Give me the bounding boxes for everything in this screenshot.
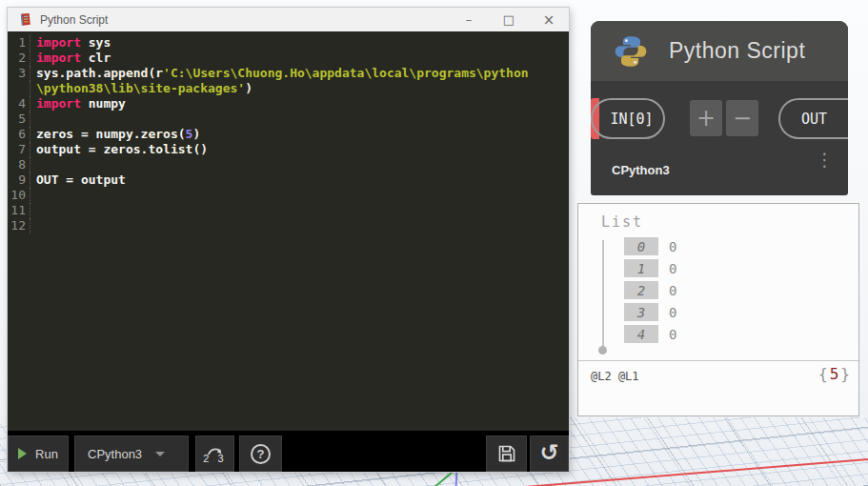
node-header[interactable]: Python Script bbox=[591, 21, 848, 81]
list-index-chip: 2 bbox=[624, 281, 658, 299]
run-label: Run bbox=[35, 447, 58, 461]
code-line: 1import sys bbox=[8, 35, 569, 51]
code-text bbox=[30, 203, 36, 218]
line-number: 3 bbox=[8, 66, 30, 81]
list-item: 10 bbox=[624, 257, 676, 279]
list-index-chip: 4 bbox=[624, 325, 658, 343]
line-number: 7 bbox=[8, 142, 30, 157]
convert-label: 2 3 bbox=[203, 454, 226, 463]
list-rows: 0010203040 bbox=[624, 235, 676, 345]
code-text bbox=[30, 218, 36, 233]
line-number: 5 bbox=[8, 111, 30, 127]
python-script-node[interactable]: Python Script IN[0] + − OUT CPython3 ⋮ bbox=[591, 21, 848, 195]
code-text bbox=[30, 188, 36, 203]
engine-dropdown[interactable]: CPython3 bbox=[74, 435, 189, 472]
list-value: 0 bbox=[669, 327, 676, 342]
list-value: 0 bbox=[669, 261, 676, 276]
preview-footer: @L2 @L1 {5} bbox=[578, 360, 858, 416]
code-line: 6zeros = numpy.zeros(5) bbox=[8, 127, 569, 142]
code-editor[interactable]: 1import sys2import clr3sys.path.append(r… bbox=[8, 31, 569, 431]
line-number: 11 bbox=[8, 203, 30, 218]
python-script-window: Python Script – □ × 1import sys2import c… bbox=[8, 8, 569, 472]
code-line: 10 bbox=[8, 188, 569, 203]
code-text: import clr bbox=[30, 51, 111, 66]
convert-2to3-button[interactable]: 2 3 bbox=[195, 435, 234, 472]
line-number: 6 bbox=[8, 127, 30, 142]
list-index-chip: 3 bbox=[624, 303, 658, 321]
line-number: 10 bbox=[8, 188, 30, 203]
engine-value: CPython3 bbox=[88, 447, 142, 461]
help-button[interactable]: ? bbox=[239, 435, 282, 472]
code-line: 2import clr bbox=[8, 51, 569, 66]
help-icon: ? bbox=[251, 444, 271, 464]
save-button[interactable] bbox=[486, 435, 527, 472]
lacing-label: @L2 @L1 bbox=[591, 370, 639, 383]
code-text bbox=[30, 157, 36, 172]
line-number: 12 bbox=[8, 218, 30, 233]
list-index-chip: 0 bbox=[624, 237, 658, 255]
item-count-badge: {5} bbox=[818, 365, 850, 383]
count-close-brace: } bbox=[840, 365, 850, 383]
window-titlebar[interactable]: Python Script – □ × bbox=[8, 8, 569, 31]
maximize-button[interactable]: □ bbox=[489, 8, 529, 31]
list-value: 0 bbox=[669, 283, 676, 298]
list-item: 20 bbox=[624, 279, 676, 301]
play-icon bbox=[18, 448, 27, 459]
line-number: 9 bbox=[8, 172, 30, 188]
window-title: Python Script bbox=[40, 13, 108, 27]
list-item: 00 bbox=[624, 235, 676, 257]
code-line: 5 bbox=[8, 111, 569, 127]
line-number: 4 bbox=[8, 96, 30, 111]
code-text: \python38\lib\site-packages') bbox=[30, 81, 252, 96]
line-number: 2 bbox=[8, 51, 30, 66]
list-item: 40 bbox=[624, 323, 676, 345]
node-engine-label: CPython3 bbox=[612, 163, 670, 177]
chevron-down-icon bbox=[155, 452, 165, 456]
code-text: sys.path.append(r'C:\Users\Chuong.Ho\app… bbox=[30, 66, 529, 81]
code-text: output = zeros.tolist() bbox=[30, 142, 208, 157]
python-logo-icon bbox=[614, 34, 648, 69]
list-tree-dot bbox=[598, 346, 607, 354]
count-open-brace: { bbox=[818, 365, 828, 383]
code-text: zeros = numpy.zeros(5) bbox=[30, 127, 200, 142]
line-number: 1 bbox=[8, 35, 30, 51]
count-value: 5 bbox=[828, 365, 841, 383]
revert-icon: ↺ bbox=[539, 439, 558, 466]
run-button[interactable]: Run bbox=[8, 435, 69, 472]
code-line: 9OUT = output bbox=[8, 172, 569, 188]
output-preview-panel: List 0010203040 @L2 @L1 {5} bbox=[577, 203, 859, 416]
editor-toolbar: Run CPython3 2 3 ? ↺ bbox=[8, 431, 569, 472]
list-item: 30 bbox=[624, 301, 676, 323]
revert-button[interactable]: ↺ bbox=[530, 435, 569, 472]
ellipsis-icon[interactable]: ⋮ bbox=[816, 151, 834, 169]
preview-list-title: List bbox=[601, 213, 643, 231]
code-line: 12 bbox=[8, 218, 569, 233]
save-icon bbox=[496, 443, 517, 464]
remove-input-button[interactable]: − bbox=[726, 100, 758, 136]
minimize-button[interactable]: – bbox=[449, 8, 489, 31]
code-line: 8 bbox=[8, 157, 569, 172]
code-text: OUT = output bbox=[30, 172, 126, 188]
output-port[interactable]: OUT bbox=[778, 98, 848, 139]
close-button[interactable]: × bbox=[529, 8, 569, 31]
list-value: 0 bbox=[669, 305, 676, 320]
input-port[interactable]: IN[0] bbox=[591, 98, 665, 139]
code-line: 11 bbox=[8, 203, 569, 218]
node-title: Python Script bbox=[669, 38, 805, 64]
code-line: 3sys.path.append(r'C:\Users\Chuong.Ho\ap… bbox=[8, 66, 569, 81]
add-input-button[interactable]: + bbox=[690, 100, 722, 136]
list-index-chip: 1 bbox=[624, 259, 658, 277]
code-line: 4import numpy bbox=[8, 96, 569, 111]
window-icon bbox=[18, 12, 32, 27]
list-tree-line bbox=[602, 240, 604, 347]
code-text: import sys bbox=[30, 35, 111, 51]
line-number: 8 bbox=[8, 157, 30, 172]
code-text: import numpy bbox=[30, 96, 126, 111]
line-number bbox=[8, 81, 30, 96]
code-line: \python38\lib\site-packages') bbox=[8, 81, 569, 96]
code-text bbox=[30, 111, 36, 127]
list-value: 0 bbox=[669, 239, 676, 254]
code-line: 7output = zeros.tolist() bbox=[8, 142, 569, 157]
